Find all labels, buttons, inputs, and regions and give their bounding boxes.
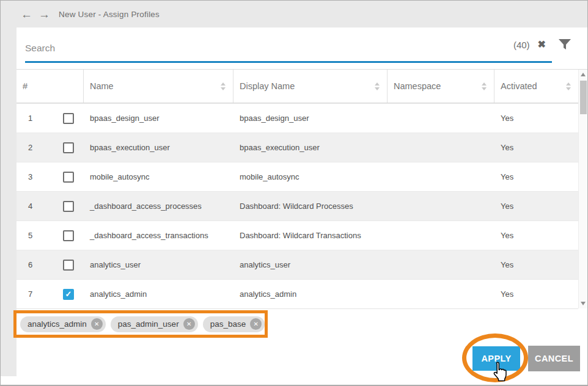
cell-display-name: bpaas_design_user (233, 104, 388, 133)
row-index: 6 (28, 260, 32, 269)
sort-icon[interactable] (375, 82, 380, 90)
selected-profiles: analytics_admin ✕ pas_admin_user ✕ pas_b… (17, 313, 265, 335)
search-bar: (40) ✖ (17, 27, 587, 69)
cell-display-name: mobile_autosync (233, 162, 388, 191)
chip-remove-icon[interactable]: ✕ (250, 318, 262, 330)
cell-name: mobile_autosync (84, 162, 233, 191)
column-header[interactable]: # (17, 70, 84, 103)
column-header[interactable]: Name (84, 70, 233, 103)
column-header-label: Name (90, 81, 114, 91)
clear-search-icon[interactable]: ✖ (538, 40, 546, 49)
row-index: 5 (28, 231, 32, 240)
cell-namespace (388, 280, 494, 308)
selected-profile-chip: pas_base ✕ (203, 316, 265, 332)
table-header: # Name Display Name Namespace (17, 69, 588, 103)
cell-display-name: Dashboard: Wildcard Processes (233, 192, 388, 220)
row-checkbox[interactable]: ✓ (63, 260, 74, 271)
column-header-label: Activated (501, 81, 537, 91)
cell-activated: Yes (494, 133, 578, 162)
result-count: (40) (513, 40, 530, 50)
row-index: 2 (28, 143, 32, 152)
chip-label: pas_base (210, 319, 246, 329)
row-checkbox[interactable]: ✓ (63, 201, 74, 212)
cell-activated: Yes (494, 250, 578, 279)
selected-profile-chip: pas_admin_user ✕ (111, 316, 198, 332)
cell-namespace (388, 250, 494, 279)
row-checkbox[interactable]: ✓ (63, 113, 74, 124)
table-row[interactable]: 3 ✓ mobile_autosync mobile_autosync Yes (17, 162, 578, 191)
sort-icon[interactable] (482, 82, 487, 90)
back-arrow-icon[interactable]: ← (21, 9, 32, 20)
cell-name: _dashboard_access_processes (84, 192, 233, 220)
sort-icon[interactable] (221, 82, 226, 90)
filter-icon[interactable] (559, 39, 571, 50)
table-row[interactable]: 7 ✓ analytics_admin analytics_admin Yes (17, 279, 578, 308)
scrollbar-thumb[interactable] (580, 81, 587, 114)
apply-button[interactable]: APPLY (472, 346, 520, 371)
chip-label: pas_admin_user (118, 319, 179, 329)
row-index: 1 (28, 114, 32, 123)
cell-activated: Yes (494, 192, 578, 220)
cell-namespace (388, 104, 494, 133)
checkmark-icon: ✓ (65, 290, 72, 298)
table-body: 1 ✓ bpaas_design_user bpaas_design_user … (17, 103, 578, 309)
column-header-label: Display Name (240, 81, 295, 91)
cell-display-name: analytics_admin (233, 280, 388, 308)
annotation-highlight-box: analytics_admin ✕ pas_admin_user ✕ pas_b… (13, 310, 268, 338)
cell-namespace (388, 162, 494, 191)
cell-name: _dashboard_access_transactions (84, 221, 233, 250)
chip-remove-icon[interactable]: ✕ (183, 318, 195, 330)
column-header[interactable]: Namespace (388, 70, 494, 103)
column-header[interactable]: Display Name (233, 70, 388, 103)
chip-label: analytics_admin (28, 319, 87, 329)
cell-activated: Yes (494, 104, 578, 133)
title-bar: ← → New User - Assign Profiles (1, 1, 587, 27)
cell-name: analytics_user (84, 250, 233, 279)
chip-remove-icon[interactable]: ✕ (91, 318, 103, 330)
cancel-button[interactable]: CANCEL (528, 346, 580, 371)
forward-arrow-icon[interactable]: → (39, 9, 50, 20)
cell-activated: Yes (494, 280, 578, 308)
cell-name: analytics_admin (84, 280, 233, 308)
cell-name: bpaas_design_user (84, 104, 233, 133)
table-row[interactable]: 5 ✓ _dashboard_access_transactions Dashb… (17, 220, 578, 250)
row-index: 4 (28, 202, 32, 211)
table-row[interactable]: 4 ✓ _dashboard_access_processes Dashboar… (17, 191, 578, 220)
row-index: 7 (28, 290, 32, 299)
column-header-label: # (23, 81, 28, 91)
table-row[interactable]: 6 ✓ analytics_user analytics_user Yes (17, 250, 578, 279)
row-index: 3 (28, 172, 32, 181)
row-checkbox[interactable]: ✓ (63, 172, 74, 183)
table-row[interactable]: 1 ✓ bpaas_design_user bpaas_design_user … (17, 103, 578, 133)
column-header[interactable]: Activated (494, 70, 578, 103)
cell-namespace (388, 221, 494, 250)
cell-display-name: Dashboard: Wildcard Transactions (233, 221, 388, 250)
table-scrollbar[interactable] (578, 70, 587, 308)
search-underline (25, 61, 552, 63)
selected-profile-chip: analytics_admin ✕ (20, 316, 106, 332)
cell-namespace (388, 133, 494, 162)
cell-activated: Yes (494, 221, 578, 250)
page-title: New User - Assign Profiles (59, 10, 160, 19)
column-header-label: Namespace (394, 81, 441, 91)
app-window: ← → New User - Assign Profiles (40) ✖ (0, 0, 588, 386)
search-input[interactable] (25, 38, 416, 58)
sort-icon[interactable] (566, 82, 571, 90)
cell-display-name: analytics_user (233, 250, 388, 279)
cell-name: bpaas_execution_user (84, 133, 233, 162)
table-row[interactable]: 2 ✓ bpaas_execution_user bpaas_execution… (17, 133, 578, 162)
row-checkbox[interactable]: ✓ (63, 289, 74, 300)
cell-namespace (388, 192, 494, 220)
row-checkbox[interactable]: ✓ (63, 230, 74, 241)
cell-activated: Yes (494, 162, 578, 191)
scrollbar-up-icon[interactable] (581, 73, 586, 76)
cell-display-name: bpaas_execution_user (233, 133, 388, 162)
scrollbar-down-icon[interactable] (581, 302, 586, 305)
row-checkbox[interactable]: ✓ (63, 142, 74, 153)
